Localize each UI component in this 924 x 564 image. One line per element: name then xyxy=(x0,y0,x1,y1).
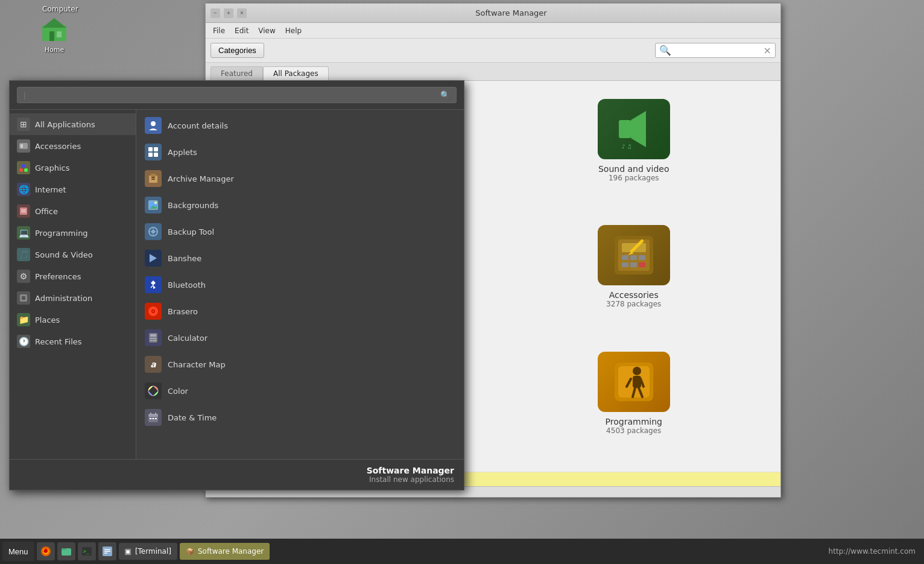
app-menu-cat-graphics[interactable]: Graphics xyxy=(10,157,136,179)
menu-view[interactable]: View xyxy=(255,25,279,36)
app-menu-cat-sound[interactable]: 🎵 Sound & Video xyxy=(10,244,136,265)
cat-sound-icon: 🎵 xyxy=(17,248,30,261)
terminal-icon-small: ▣ xyxy=(125,547,131,556)
svg-text:♪ ♫: ♪ ♫ xyxy=(622,144,632,150)
taskbar-icon-files[interactable] xyxy=(57,542,75,560)
app-banshee[interactable]: Banshee xyxy=(136,245,464,271)
programming-name: Programming xyxy=(606,417,662,426)
app-menu-cat-admin[interactable]: Administration xyxy=(10,287,136,309)
backgrounds-icon xyxy=(145,197,162,214)
app-character-map[interactable]: a Character Map xyxy=(136,351,464,378)
search-box[interactable]: 🔍 × xyxy=(655,43,776,58)
character-map-icon: a xyxy=(145,356,162,373)
tab-all-packages[interactable]: All Packages xyxy=(263,66,329,80)
tab-featured[interactable]: Featured xyxy=(210,66,263,80)
app-menu-cat-accessories[interactable]: Accessories xyxy=(10,135,136,157)
app-backup-tool[interactable]: Backup Tool xyxy=(136,218,464,245)
menu-bar: File Edit View Help xyxy=(206,23,780,39)
app-date-time[interactable]: Date & Time xyxy=(136,404,464,431)
date-time-icon xyxy=(145,409,162,426)
cat-graphics-label: Graphics xyxy=(35,163,69,173)
menu-help[interactable]: Help xyxy=(282,25,305,36)
color-icon xyxy=(145,382,162,399)
menu-button[interactable]: Menu xyxy=(2,542,34,561)
cat-admin-icon xyxy=(17,291,30,305)
cat-internet-icon: 🌐 xyxy=(17,183,30,196)
home-icon-area[interactable]: Home xyxy=(37,12,71,54)
svg-rect-27 xyxy=(630,262,637,267)
app-menu-cat-internet[interactable]: 🌐 Internet xyxy=(10,179,136,200)
svg-rect-56 xyxy=(154,153,158,157)
cat-preferences-icon: ⚙ xyxy=(17,270,30,283)
app-backgrounds[interactable]: Backgrounds xyxy=(136,192,464,218)
archive-manager-label: Archive Manager xyxy=(168,174,234,183)
category-accessories[interactable]: Accessories 3278 packages xyxy=(499,219,769,333)
backup-tool-icon xyxy=(145,223,162,240)
svg-line-70 xyxy=(151,285,153,288)
app-menu-cat-places[interactable]: 📁 Places xyxy=(10,309,136,331)
svg-rect-53 xyxy=(148,147,153,151)
taskbar: Menu >_ xyxy=(0,539,924,564)
svg-rect-26 xyxy=(622,262,628,267)
app-menu-cat-preferences[interactable]: ⚙ Preferences xyxy=(10,265,136,287)
close-button[interactable]: × xyxy=(237,8,247,18)
svg-rect-23 xyxy=(622,255,628,260)
menu-edit[interactable]: Edit xyxy=(231,25,252,36)
tabs-bar: Featured All Packages xyxy=(206,63,780,81)
cat-office-icon xyxy=(17,204,30,218)
taskbar-swmanager-btn[interactable]: 📦 Software Manager xyxy=(180,543,270,560)
cat-places-label: Places xyxy=(35,315,60,325)
clear-search-icon[interactable]: × xyxy=(764,45,771,56)
app-calculator[interactable]: Calculator xyxy=(136,325,464,351)
window-controls[interactable]: − + × xyxy=(210,8,247,18)
maximize-button[interactable]: + xyxy=(224,8,233,18)
categories-button[interactable]: Categories xyxy=(210,43,264,58)
color-label: Color xyxy=(168,387,188,396)
svg-marker-1 xyxy=(42,18,66,28)
desktop: Computer Home − + × Software Manager Fil… xyxy=(0,0,924,564)
app-menu-cat-all[interactable]: ⊞ All Applications xyxy=(10,113,136,135)
app-applets[interactable]: Applets xyxy=(136,139,464,165)
app-menu-cat-recent[interactable]: 🕐 Recent Files xyxy=(10,331,136,352)
applets-label: Applets xyxy=(168,148,197,157)
footer-title: Software Manager xyxy=(367,466,454,475)
app-menu-cat-office[interactable]: Office xyxy=(10,200,136,222)
svg-rect-58 xyxy=(151,174,156,177)
svg-marker-9 xyxy=(631,111,646,147)
programming-icon xyxy=(598,352,670,412)
cat-sound-label: Sound & Video xyxy=(35,250,93,259)
sound-icon: ♪ ♫ xyxy=(598,99,670,159)
app-menu-search-input[interactable] xyxy=(24,90,435,100)
svg-rect-84 xyxy=(148,414,158,417)
svg-point-52 xyxy=(151,121,156,126)
minimize-button[interactable]: − xyxy=(210,8,220,18)
category-programming[interactable]: Programming 4503 packages xyxy=(499,346,769,460)
backgrounds-label: Backgrounds xyxy=(168,201,218,210)
sound-name: Sound and video xyxy=(598,164,669,174)
menu-file[interactable]: File xyxy=(209,25,229,36)
svg-point-64 xyxy=(154,201,157,204)
category-sound-video[interactable]: ♪ ♫ Sound and video 196 packages xyxy=(499,93,769,207)
brasero-icon xyxy=(145,303,162,320)
archive-manager-icon xyxy=(145,170,162,187)
search-input[interactable] xyxy=(671,46,764,55)
app-archive-manager[interactable]: Archive Manager xyxy=(136,165,464,192)
taskbar-terminal-btn[interactable]: ▣ [Terminal] xyxy=(119,543,177,560)
app-menu-cat-programming[interactable]: 💻 Programming xyxy=(10,222,136,244)
svg-rect-24 xyxy=(630,255,637,260)
application-menu: 🔍 ⊞ All Applications Accessories xyxy=(9,80,464,490)
taskbar-icon-firefox[interactable] xyxy=(37,542,55,560)
app-account-details[interactable]: Account details xyxy=(136,112,464,139)
svg-rect-25 xyxy=(639,255,645,260)
svg-rect-77 xyxy=(153,338,154,339)
svg-text:>_: >_ xyxy=(83,549,89,554)
taskbar-icon-terminal[interactable]: >_ xyxy=(78,542,96,560)
programming-count: 4503 packages xyxy=(606,426,661,435)
svg-rect-43 xyxy=(21,144,23,148)
app-menu-search-box[interactable]: 🔍 xyxy=(17,87,457,103)
svg-rect-89 xyxy=(155,418,157,419)
taskbar-icon-text[interactable] xyxy=(98,542,116,560)
app-color[interactable]: Color xyxy=(136,378,464,404)
app-bluetooth[interactable]: Bluetooth xyxy=(136,271,464,298)
app-brasero[interactable]: Brasero xyxy=(136,298,464,325)
